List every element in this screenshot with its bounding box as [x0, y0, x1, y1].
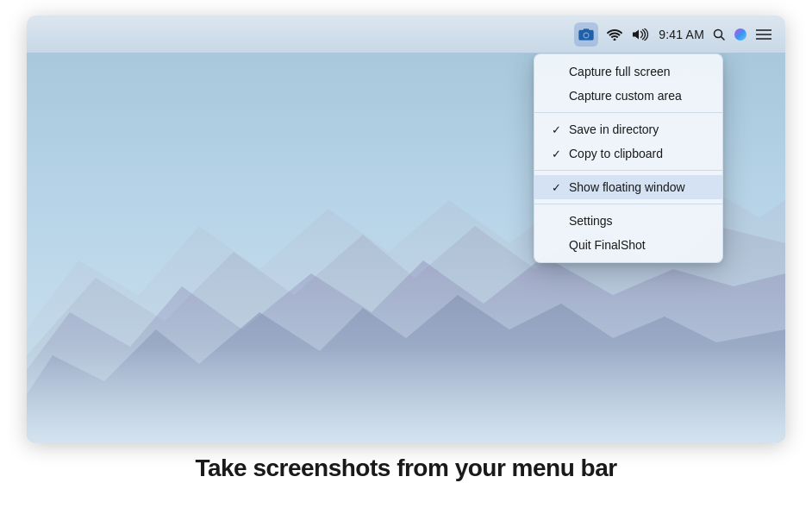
svg-point-0 [584, 34, 589, 38]
checkmark-save: ✓ [552, 123, 564, 136]
checkmark-floating: ✓ [552, 181, 564, 194]
menu-separator-1 [534, 112, 722, 113]
volume-icon [631, 28, 650, 41]
spotlight-icon[interactable] [713, 28, 725, 41]
dropdown-menu: Capture full screen Capture custom area … [534, 53, 723, 263]
menu-item-capture-full-screen[interactable]: Capture full screen [534, 60, 722, 84]
menu-item-show-floating-window[interactable]: ✓ Show floating window [534, 175, 722, 199]
wifi-icon [607, 28, 622, 41]
desktop-background: Capture full screen Capture custom area … [27, 53, 785, 442]
menu-item-settings[interactable]: Settings [534, 209, 722, 233]
screenshot-frame: 9:41 AM [27, 16, 785, 442]
menu-item-quit-finalshot[interactable]: Quit FinalShot [534, 233, 722, 257]
menu-bar-right: 9:41 AM [574, 22, 771, 47]
lines-menu-icon[interactable] [756, 29, 771, 40]
menu-bar: 9:41 AM [27, 16, 785, 53]
menu-separator-3 [534, 204, 722, 204]
menu-item-copy-to-clipboard[interactable]: ✓ Copy to clipboard [534, 141, 722, 166]
svg-rect-8 [27, 347, 785, 442]
menu-item-save-in-directory[interactable]: ✓ Save in directory [534, 117, 722, 141]
siri-icon[interactable] [734, 28, 747, 41]
checkmark-copy: ✓ [552, 147, 564, 160]
menu-item-capture-custom-area[interactable]: Capture custom area [534, 84, 722, 108]
camera-icon[interactable] [574, 22, 598, 47]
caption-text: Take screenshots from your menu bar [195, 455, 616, 482]
menu-separator-2 [534, 170, 722, 171]
svg-point-3 [734, 28, 746, 41]
menu-bar-time: 9:41 AM [659, 28, 704, 41]
caption-bar: Take screenshots from your menu bar [0, 442, 812, 489]
svg-line-2 [721, 36, 725, 40]
